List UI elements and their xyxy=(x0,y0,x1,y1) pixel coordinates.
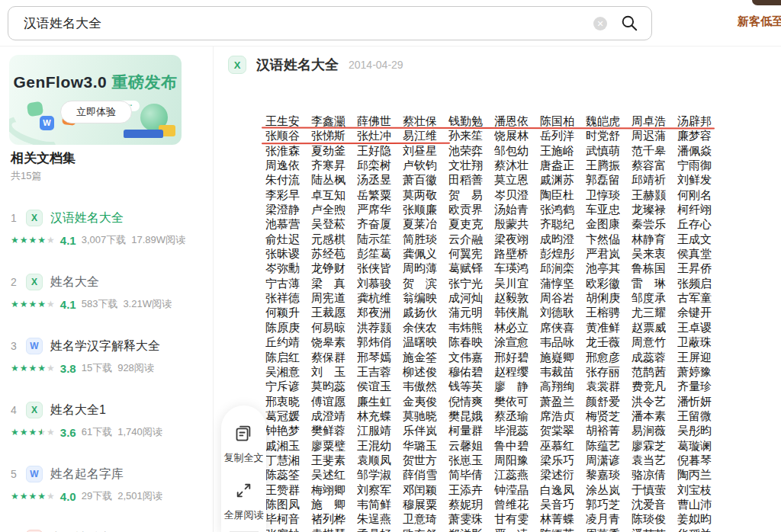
name-cell: 邢愈彦 xyxy=(586,351,620,365)
name-cell: 王成文 xyxy=(677,232,712,247)
name-cell: 刘鲜发 xyxy=(677,173,712,187)
name-cell: 吴彤昀 xyxy=(677,424,712,438)
name-cell: 姜姒昀 xyxy=(677,512,712,527)
sidebar-doc-item[interactable]: 5W姓名起名字库★★★★★4.029下载2,501阅读 xyxy=(11,466,206,511)
name-cell: 彭笙葛 xyxy=(357,247,391,261)
search-input[interactable] xyxy=(8,16,593,31)
clear-icon[interactable]: ✕ xyxy=(593,17,607,30)
related-docs-heading: 相关文档集 xyxy=(11,149,76,167)
name-cell: 高翔绚 xyxy=(540,380,574,394)
name-cell: 王卓谡 xyxy=(677,321,712,335)
name-cell: 车瑛鸿 xyxy=(494,261,529,276)
excel-file-icon: X xyxy=(228,56,246,74)
laptop-icon xyxy=(124,130,163,138)
name-cell: 饶皋素 xyxy=(311,335,346,350)
star-rating: ★★★★★ xyxy=(11,492,55,501)
promo-title: GenFlow3.0 重磅发布 xyxy=(9,72,182,93)
doc-item-rank: 2 xyxy=(11,276,18,288)
doc-item-title[interactable]: 姓名起名字库 xyxy=(50,466,124,482)
name-cell: 邱靖祈 xyxy=(632,173,666,187)
name-cell: 廉生虹 xyxy=(357,395,391,409)
rating-value: 3.8 xyxy=(60,362,76,375)
search-icon[interactable] xyxy=(619,13,639,34)
star-icon: ★ xyxy=(37,492,46,501)
name-cell: 余侠农 xyxy=(403,321,437,335)
name-cell: 赵毅敦 xyxy=(494,291,529,306)
name-cell: 施 卿 xyxy=(311,498,346,512)
name-cell: 成昀澄 xyxy=(540,232,574,247)
name-cell: 曹山沛 xyxy=(677,498,712,512)
name-cell: 简胜琰 xyxy=(403,232,437,247)
fullscreen-read-button[interactable]: 全屏阅读 xyxy=(224,481,264,522)
name-cell: 陈蕊筌 xyxy=(265,468,300,482)
name-cell: 萧盈兰 xyxy=(540,395,574,409)
name-cell: 张频启 xyxy=(677,277,712,291)
new-customer-ad-link[interactable]: 新客低至 xyxy=(738,14,781,29)
name-cell: 林必立 xyxy=(494,321,529,335)
ad-banner-edge xyxy=(752,0,781,5)
sidebar-doc-item[interactable]: 1X汉语姓名大全★★★★★4.13,007下载17.89W阅读 xyxy=(11,210,206,255)
name-cell: 梁澄静 xyxy=(265,203,300,217)
name-cell: 时党舒 xyxy=(586,129,620,143)
name-cell: 梁 真 xyxy=(311,277,346,291)
star-rating: ★★★★★ xyxy=(11,300,55,309)
name-cell: 潘苹芝 xyxy=(632,527,666,532)
name-cell: 岑弥勳 xyxy=(265,261,300,276)
name-cell: 殷蒙共 xyxy=(494,217,529,232)
try-now-button[interactable]: 立即体验 xyxy=(60,101,132,123)
page: ✕ 新客低至 GenFlow3.0 重磅发布 W P ... 立即体验 xyxy=(0,0,781,532)
download-count: 3,007下载 xyxy=(82,233,127,247)
name-cell: 萧百徽 xyxy=(403,173,437,187)
name-cell: 廖 静 xyxy=(494,380,529,394)
name-cell: 张悌斯 xyxy=(311,129,346,143)
star-icon: ★ xyxy=(47,236,55,245)
name-cell: 钟艳梦 xyxy=(265,424,300,438)
name-cell: 莫昀蕊 xyxy=(311,380,346,394)
name-cell: 倪情爽 xyxy=(448,395,483,409)
name-cell: 陈启红 xyxy=(265,351,300,365)
name-cell: 岑贝澄 xyxy=(494,188,529,203)
name-cell: 吴来衷 xyxy=(632,247,666,261)
doc-item-title[interactable]: 姓名大全 xyxy=(50,274,99,290)
name-cell: 田稻善 xyxy=(448,173,483,187)
copy-fulltext-button[interactable]: 复制全文 xyxy=(224,422,264,465)
name-cell: 齐奋厦 xyxy=(357,217,391,232)
excel-file-icon: X xyxy=(26,210,43,226)
name-cell: 贺 滨 xyxy=(403,277,437,291)
name-cell: 蒲元明 xyxy=(448,306,483,320)
name-cell: 张淮森 xyxy=(265,144,300,159)
name-cell: 卢全煦 xyxy=(311,203,346,217)
sidebar-doc-item[interactable]: 4X姓名大全1★★★★★★3.661下载1,740阅读 xyxy=(11,402,206,447)
name-cell: 张鸿鹤 xyxy=(540,203,574,217)
name-cell: 江蕊燕 xyxy=(494,468,529,482)
doc-item-title[interactable]: 汉语姓名大全 xyxy=(50,210,124,226)
name-cell: 欧彩徽 xyxy=(586,277,620,291)
doc-item-title[interactable]: 姓名大全1 xyxy=(50,402,106,418)
genflow-promo-banner[interactable]: GenFlow3.0 重磅发布 W P ... 立即体验 xyxy=(9,55,182,145)
search-box: ✕ xyxy=(8,6,652,40)
name-cell: 吴川宜 xyxy=(494,277,529,291)
name-cell: 邢琴嫣 xyxy=(357,351,391,365)
sidebar-doc-item[interactable]: 3W姓名学汉字解释大全★★★★★3.815下载928阅读 xyxy=(11,338,206,383)
name-cell: 黎嘉琰 xyxy=(586,468,620,482)
star-icon: ★ xyxy=(29,428,37,437)
name-cell: 金图康 xyxy=(586,217,620,232)
name-cell: 樊依可 xyxy=(494,395,529,409)
name-cell: 李彩早 xyxy=(265,188,300,203)
name-cell: 薛俏雪 xyxy=(403,468,437,482)
name-cell: 金夷俊 xyxy=(403,395,437,409)
name-cell: 王榕骋 xyxy=(586,306,620,320)
name-cell: 蔡丞瑜 xyxy=(494,409,529,424)
name-cell: 文伟嘉 xyxy=(448,351,483,365)
name-cell: 萧雯珠 xyxy=(448,512,483,527)
read-count: 17.89W阅读 xyxy=(131,233,185,247)
name-cell: 吴登菘 xyxy=(311,217,346,232)
name-cell: 卢钦钧 xyxy=(403,159,437,173)
name-cell: 韦裁苗 xyxy=(540,365,574,380)
doc-item-title[interactable]: 姓名学汉字解释大全 xyxy=(50,338,160,354)
doc-title: 汉语姓名大全 xyxy=(256,56,339,74)
name-cell: 陈琰俊 xyxy=(632,512,666,527)
sidebar-doc-item[interactable]: 2X姓名大全★★★★★4.1583下载3.21W阅读 xyxy=(11,274,206,319)
name-cell: 袁顺凤 xyxy=(357,453,391,468)
download-count: 29下载 xyxy=(82,489,112,503)
